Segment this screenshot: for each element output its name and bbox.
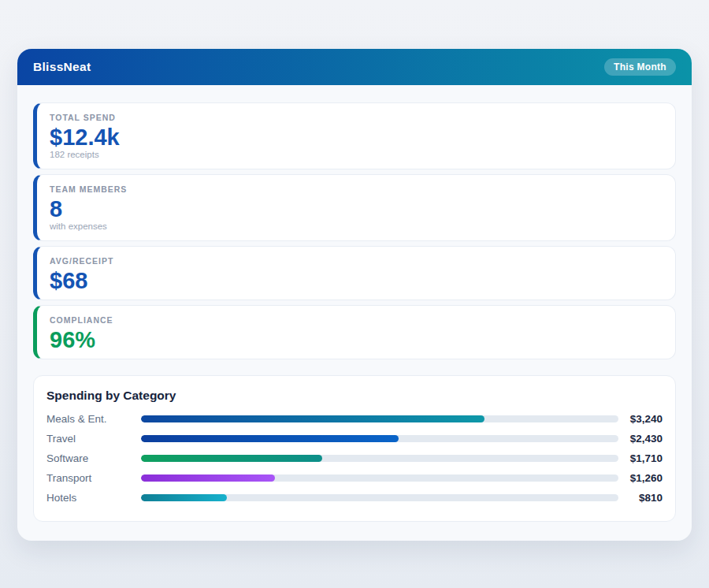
- category-value: $2,430: [618, 433, 663, 445]
- category-label: Hotels: [46, 492, 141, 504]
- bar-fill: [141, 435, 399, 442]
- stat-value: 96%: [50, 330, 663, 349]
- period-badge[interactable]: This Month: [604, 58, 676, 76]
- chart-title: Spending by Category: [46, 389, 663, 403]
- dashboard-card: BlissNeat This Month TOTAL SPEND $12.4k …: [17, 49, 692, 541]
- bar-track: [141, 455, 618, 462]
- bar-fill: [141, 494, 227, 501]
- category-label: Meals & Ent.: [46, 413, 141, 425]
- app-title: BlissNeat: [33, 60, 91, 74]
- app-header: BlissNeat This Month: [17, 49, 692, 85]
- stat-card: TEAM MEMBERS 8 with expenses: [33, 174, 676, 241]
- stat-card: TOTAL SPEND $12.4k 182 receipts: [33, 102, 676, 169]
- chart-row: Software $1,710: [46, 448, 663, 468]
- category-label: Travel: [46, 433, 141, 445]
- stat-label: COMPLIANCE: [50, 315, 663, 325]
- bar-track: [141, 435, 618, 442]
- stat-value: 8: [50, 199, 663, 218]
- bar-track: [141, 415, 618, 422]
- chart-row: Travel $2,430: [46, 429, 663, 448]
- stat-card: COMPLIANCE 96%: [33, 305, 676, 359]
- category-value: $810: [618, 492, 663, 504]
- bar-fill: [141, 415, 484, 422]
- chart-row: Meals & Ent. $3,240: [46, 409, 663, 429]
- bar-fill: [141, 474, 275, 482]
- stat-value: $68: [50, 271, 663, 290]
- stat-value: $12.4k: [50, 128, 663, 147]
- bar-track: [141, 494, 618, 501]
- stat-label: TEAM MEMBERS: [50, 184, 663, 194]
- bar-track: [141, 474, 618, 482]
- stat-card: AVG/RECEIPT $68: [33, 246, 676, 300]
- spending-chart-card: Spending by Category Meals & Ent. $3,240…: [33, 375, 676, 522]
- category-label: Software: [46, 452, 141, 464]
- dashboard-content: TOTAL SPEND $12.4k 182 receipts TEAM MEM…: [17, 85, 692, 538]
- chart-rows: Meals & Ent. $3,240 Travel $2,430 Softwa…: [46, 409, 663, 508]
- chart-row: Transport $1,260: [46, 468, 663, 488]
- category-value: $3,240: [618, 413, 663, 425]
- category-value: $1,260: [618, 472, 663, 484]
- stat-label: AVG/RECEIPT: [50, 256, 663, 266]
- bar-fill: [141, 455, 322, 462]
- chart-row: Hotels $810: [46, 488, 663, 508]
- stat-label: TOTAL SPEND: [50, 113, 663, 122]
- category-label: Transport: [46, 472, 141, 484]
- stat-sublabel: 182 receipts: [50, 151, 663, 159]
- category-value: $1,710: [618, 452, 663, 464]
- stats-list: TOTAL SPEND $12.4k 182 receipts TEAM MEM…: [33, 102, 676, 359]
- stat-sublabel: with expenses: [50, 222, 663, 231]
